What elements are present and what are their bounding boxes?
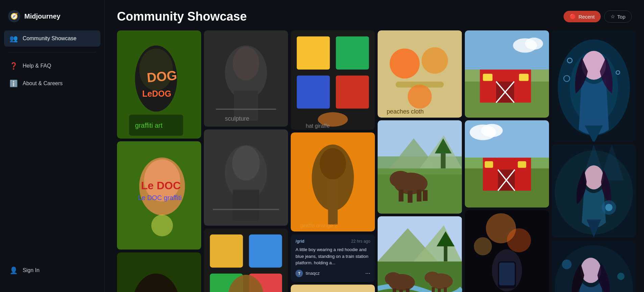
gallery-item-7[interactable]: giraffe art: [204, 228, 288, 292]
user-initial: T: [298, 271, 301, 275]
svg-rect-143: [483, 74, 492, 81]
svg-text:giraffe orange 2: giraffe orange 2: [300, 223, 338, 228]
gallery-item-food-3[interactable]: peaches cloth: [378, 30, 462, 118]
username: tinaqcz: [306, 271, 319, 276]
gallery-item-bison-2[interactable]: [378, 216, 462, 292]
sidebar-divider: [8, 52, 96, 52]
gallery-item-car-1[interactable]: [465, 210, 549, 292]
featured-tag: /grid: [295, 239, 304, 244]
svg-rect-169: [499, 263, 515, 286]
featured-user: T tinaqcz ···: [295, 270, 370, 277]
user-avatar: T: [295, 270, 303, 277]
svg-point-79: [408, 84, 432, 108]
recent-label: Recent: [578, 14, 595, 20]
gallery-item-mermaid-3[interactable]: [552, 144, 636, 238]
gallery-item-mermaid-2[interactable]: [552, 30, 636, 142]
svg-rect-38: [210, 234, 243, 267]
top-label: Top: [617, 14, 625, 20]
svg-point-101: [385, 272, 402, 285]
community-icon: 👥: [9, 34, 18, 43]
sidebar-logo[interactable]: 🧭 Midjourney: [0, 7, 104, 30]
more-options-button[interactable]: ···: [365, 270, 370, 277]
sidebar-item-help-label: Help & FAQ: [23, 63, 51, 69]
svg-text:LeDOG: LeDOG: [142, 89, 171, 98]
svg-rect-36: [213, 209, 279, 210]
sidebar-item-about-label: About & Careers: [23, 80, 63, 87]
svg-text:Le DOC graffiti: Le DOC graffiti: [138, 194, 182, 202]
main-header: Community Showcase 🔴 Recent ☆ Top: [105, 0, 644, 30]
svg-point-193: [562, 260, 571, 269]
svg-point-34: [232, 146, 260, 180]
gallery-item-barn-2[interactable]: [465, 120, 549, 208]
recent-icon: 🔴: [570, 14, 576, 20]
gallery-item-food-1[interactable]: peach picnic: [291, 285, 375, 292]
sidebar-item-sign-in[interactable]: 👤 Sign In: [4, 262, 100, 278]
gallery-item-6[interactable]: [204, 129, 288, 226]
sidebar: 🧭 Midjourney 👥 Community Showcase ❓ Help…: [0, 0, 105, 292]
sidebar-item-about-careers[interactable]: ℹ️ About & Careers: [4, 75, 100, 92]
gallery-item-9[interactable]: hat giraffe: [291, 30, 375, 130]
svg-rect-90: [399, 190, 404, 202]
gallery-item-bison-1[interactable]: [378, 120, 462, 214]
svg-rect-158: [518, 161, 526, 168]
top-button[interactable]: ☆ Top: [604, 10, 632, 23]
svg-point-161: [481, 124, 503, 137]
svg-rect-144: [519, 74, 528, 81]
svg-rect-52: [336, 36, 369, 70]
svg-point-165: [507, 228, 531, 252]
gallery-item-10[interactable]: giraffe orange 2: [291, 132, 375, 232]
gallery-item-2[interactable]: Le DOC Le DOC graffiti: [117, 141, 201, 249]
main-content: Community Showcase 🔴 Recent ☆ Top DOG Le: [105, 0, 644, 292]
svg-point-59: [320, 148, 346, 179]
featured-user-left: T tinaqcz: [295, 270, 319, 277]
svg-point-89: [390, 171, 411, 188]
featured-meta: /grid 22 hrs ago: [295, 239, 370, 244]
sidebar-nav: 👥 Community Showcase: [0, 30, 104, 47]
svg-rect-102: [393, 288, 397, 292]
svg-point-76: [390, 48, 420, 78]
svg-rect-54: [336, 75, 369, 108]
gallery-item-barn-1[interactable]: [465, 30, 549, 118]
svg-point-188: [584, 166, 603, 190]
sidebar-item-help-faq[interactable]: ❓ Help & FAQ: [4, 58, 100, 74]
svg-point-28: [233, 47, 259, 80]
star-icon: ☆: [611, 14, 615, 20]
featured-card[interactable]: /grid 22 hrs ago A little boy wearing a …: [291, 234, 375, 282]
sidebar-item-signin-label: Sign In: [23, 267, 40, 273]
svg-point-166: [474, 237, 492, 255]
help-icon: ❓: [9, 62, 18, 70]
gallery-area: DOG LeDOG graffiti art Le DOC Le DOC gra…: [105, 30, 644, 292]
info-icon: ℹ️: [9, 79, 18, 88]
page-title: Community Showcase: [117, 9, 247, 24]
svg-rect-92: [417, 190, 422, 202]
gallery-item-5[interactable]: sculpture: [204, 30, 288, 127]
svg-rect-62: [291, 285, 375, 292]
gallery-item-3[interactable]: LE DOOO LeDog: [117, 252, 201, 292]
svg-rect-39: [249, 234, 282, 267]
user-icon: 👤: [9, 266, 18, 274]
gallery-item-mermaid-4[interactable]: [552, 240, 636, 292]
app-name: Midjourney: [24, 13, 61, 20]
svg-rect-109: [444, 287, 447, 292]
svg-rect-157: [484, 161, 493, 168]
svg-rect-30: [216, 108, 276, 110]
svg-rect-147: [465, 30, 549, 70]
sidebar-secondary-nav: ❓ Help & FAQ ℹ️ About & Careers: [0, 58, 104, 92]
sidebar-bottom: 👤 Sign In: [0, 262, 104, 285]
svg-text:sculpture: sculpture: [225, 115, 249, 122]
svg-text:peaches cloth: peaches cloth: [387, 108, 424, 115]
svg-rect-104: [406, 288, 410, 292]
gallery-item-1[interactable]: DOG LeDOG graffiti art: [117, 30, 201, 139]
svg-text:hat giraffe: hat giraffe: [306, 123, 330, 129]
featured-time: 22 hrs ago: [351, 239, 371, 244]
logo-icon: 🧭: [8, 10, 20, 22]
svg-point-106: [425, 272, 440, 284]
svg-point-77: [422, 47, 448, 74]
svg-rect-93: [423, 190, 428, 201]
recent-button[interactable]: 🔴 Recent: [564, 11, 601, 22]
svg-point-190: [605, 204, 612, 211]
svg-point-149: [525, 38, 543, 50]
svg-text:graffiti art: graffiti art: [135, 122, 163, 129]
sidebar-item-community-showcase[interactable]: 👥 Community Showcase: [4, 30, 100, 47]
featured-desc: A little boy wearing a red hoodie and bl…: [295, 246, 370, 266]
